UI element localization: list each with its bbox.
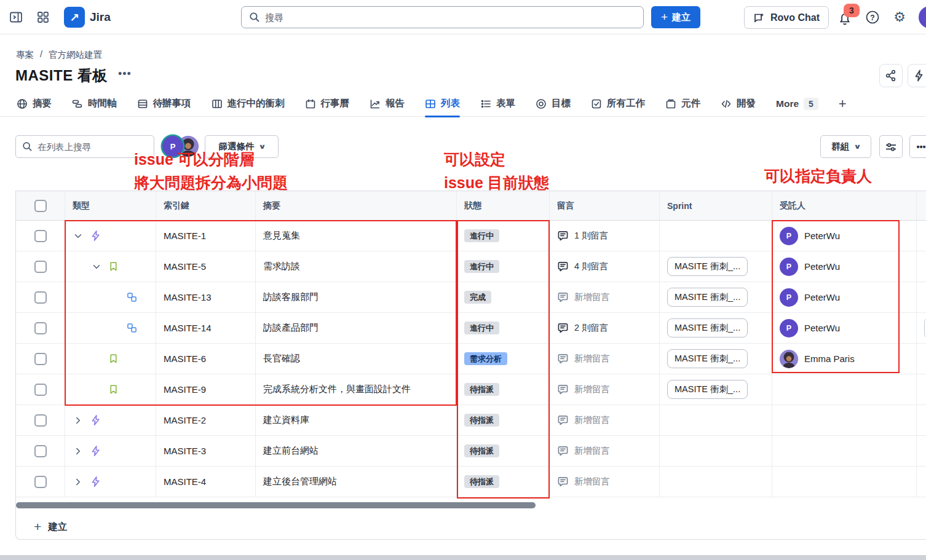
share-button[interactable]: [879, 64, 903, 87]
comments-link[interactable]: 新增留言: [557, 353, 610, 365]
tab-more[interactable]: More 5: [776, 98, 818, 110]
sprint-chip[interactable]: MASITE 衝刺_...: [667, 318, 748, 337]
comments-link[interactable]: 2 則留言: [557, 322, 609, 334]
assignee[interactable]: PPeterWu: [780, 288, 840, 307]
tab-summary[interactable]: 摘要: [17, 91, 52, 117]
issue-summary[interactable]: 長官確認: [263, 353, 300, 365]
issue-summary[interactable]: 建立資料庫: [263, 414, 309, 426]
sprint-chip[interactable]: MASITE 衝刺_...: [667, 349, 748, 368]
issue-key[interactable]: MASITE-5: [164, 261, 206, 272]
user-avatar[interactable]: [919, 6, 926, 28]
comments-link[interactable]: 新增留言: [557, 384, 610, 395]
tab-goal[interactable]: 目標: [536, 91, 571, 117]
tab-report[interactable]: 報告: [370, 91, 405, 117]
expand-expand-chevron-icon[interactable]: [73, 446, 84, 456]
issue-summary[interactable]: 完成系統分析文件，與畫面設計文件: [263, 384, 411, 395]
add-view-tab-button[interactable]: +: [839, 96, 847, 112]
issue-type-epic-icon[interactable]: [90, 230, 101, 242]
tab-backlog[interactable]: 待辦事項: [137, 91, 191, 117]
issue-key[interactable]: MASITE-9: [164, 384, 206, 395]
row-checkbox[interactable]: [34, 384, 47, 396]
status-badge[interactable]: 進行中: [464, 321, 499, 334]
issue-type-story-icon[interactable]: [108, 384, 119, 395]
issue-type-subtask-icon[interactable]: [127, 323, 137, 333]
row-checkbox[interactable]: [34, 414, 47, 427]
expand-collapse-chevron-icon[interactable]: [73, 231, 84, 241]
group-button[interactable]: 群組 ∨: [820, 135, 871, 158]
create-button[interactable]: + 建立: [651, 6, 700, 28]
breadcrumb-project-name[interactable]: 官方網站建置: [49, 49, 102, 61]
column-header-key[interactable]: 索引鍵: [156, 191, 256, 221]
status-badge[interactable]: 待指派: [464, 444, 499, 457]
issue-key[interactable]: MASITE-2: [164, 415, 206, 425]
tab-dev[interactable]: 開發: [721, 91, 756, 117]
row-checkbox[interactable]: [34, 476, 47, 488]
global-search[interactable]: [241, 6, 644, 28]
comments-link[interactable]: 新增留言: [557, 291, 610, 303]
tab-component[interactable]: 元件: [665, 91, 700, 117]
status-badge[interactable]: 待指派: [464, 475, 499, 488]
tab-list[interactable]: 列表: [425, 91, 460, 117]
status-badge[interactable]: 待指派: [464, 414, 499, 427]
column-header-sprint[interactable]: Sprint: [660, 191, 772, 221]
tab-sprint[interactable]: 進行中的衝刺: [212, 91, 285, 117]
column-header-type[interactable]: 類型: [65, 191, 156, 221]
issue-key[interactable]: MASITE-3: [164, 446, 206, 456]
comments-link[interactable]: 新增留言: [557, 414, 610, 426]
status-badge[interactable]: 待指派: [464, 383, 499, 396]
column-header-summary[interactable]: 摘要: [256, 191, 457, 221]
issue-summary[interactable]: 需求訪談: [263, 261, 300, 272]
issue-key[interactable]: MASITE-6: [164, 353, 206, 364]
issue-summary[interactable]: 訪談產品部門: [263, 322, 319, 334]
status-badge[interactable]: 完成: [464, 291, 491, 304]
member-avatar-peter[interactable]: P: [162, 136, 183, 157]
assignee[interactable]: PPeterWu: [780, 258, 840, 276]
assignee[interactable]: PPeterWu: [780, 319, 840, 337]
issue-key[interactable]: MASITE-13: [164, 292, 212, 302]
settings-gear-icon[interactable]: ⚙: [892, 9, 908, 25]
sprint-chip[interactable]: MASITE 衝刺_...: [667, 288, 748, 307]
status-badge[interactable]: 進行中: [464, 260, 499, 273]
comments-link[interactable]: 新增留言: [557, 445, 610, 457]
row-checkbox[interactable]: [34, 230, 47, 242]
tab-timeline[interactable]: 時間軸: [72, 91, 117, 117]
horizontal-scrollbar-thumb[interactable]: [16, 502, 536, 508]
comments-link[interactable]: 新增留言: [557, 476, 610, 487]
assignee[interactable]: PPeterWu: [780, 227, 840, 245]
issue-type-story-icon[interactable]: [108, 353, 119, 364]
list-search-input[interactable]: [38, 142, 148, 152]
jira-logo-icon[interactable]: ↗: [64, 7, 85, 28]
app-switcher-icon[interactable]: [34, 9, 52, 26]
row-checkbox[interactable]: [34, 445, 47, 457]
automation-button[interactable]: [908, 64, 926, 87]
sidebar-toggle-icon[interactable]: [7, 9, 25, 26]
assignee[interactable]: Emma Paris: [780, 350, 855, 368]
comments-link[interactable]: 4 則留言: [557, 261, 609, 272]
issue-key[interactable]: MASITE-1: [164, 231, 206, 241]
expand-expand-chevron-icon[interactable]: [73, 477, 84, 487]
issue-type-subtask-icon[interactable]: [127, 292, 137, 302]
create-issue-row[interactable]: + 建立: [16, 513, 926, 540]
issue-summary[interactable]: 意見蒐集: [263, 230, 300, 242]
sprint-chip[interactable]: MASITE 衝刺_...: [667, 380, 748, 399]
issue-key[interactable]: MASITE-4: [164, 476, 206, 487]
issue-type-story-icon[interactable]: [108, 261, 119, 272]
issue-summary[interactable]: 建立前台網站: [263, 445, 319, 457]
tab-allwork[interactable]: 所有工作: [591, 91, 645, 117]
issue-type-epic-icon[interactable]: [90, 445, 101, 457]
status-badge[interactable]: 需求分析: [464, 352, 507, 365]
row-checkbox[interactable]: [34, 291, 47, 304]
row-checkbox[interactable]: [34, 322, 47, 334]
expand-collapse-chevron-icon[interactable]: [91, 262, 102, 272]
expand-expand-chevron-icon[interactable]: [73, 416, 84, 425]
sprint-chip[interactable]: MASITE 衝刺_...: [667, 257, 748, 276]
add-column-button[interactable]: +: [917, 191, 926, 221]
issue-summary[interactable]: 訪談客服部門: [263, 291, 319, 303]
title-more-icon[interactable]: •••: [118, 68, 132, 81]
column-header-status[interactable]: 狀態: [457, 191, 550, 221]
filter-button[interactable]: 篩選條件 ∨: [205, 135, 279, 158]
display-settings-button[interactable]: [879, 135, 903, 158]
row-checkbox[interactable]: [34, 353, 47, 365]
comments-link[interactable]: 1 則留言: [557, 230, 609, 242]
issue-summary[interactable]: 建立後台管理網站: [263, 476, 337, 487]
